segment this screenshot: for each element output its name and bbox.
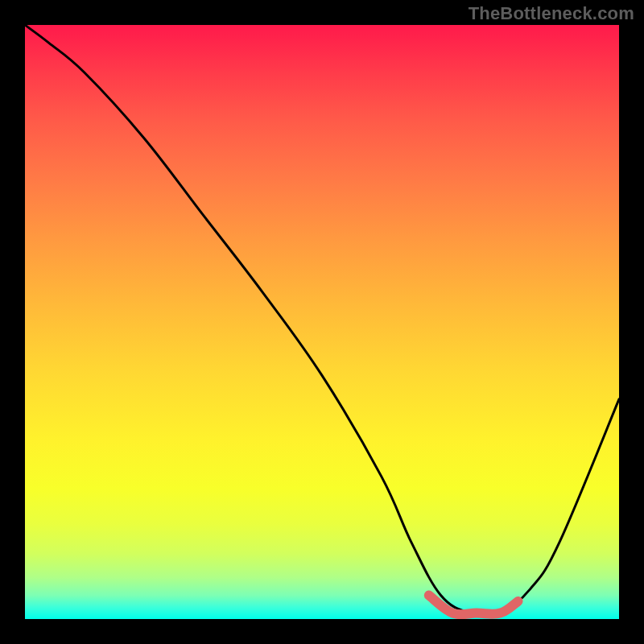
watermark-text: TheBottleneck.com bbox=[469, 3, 634, 24]
chart-frame: TheBottleneck.com bbox=[0, 0, 644, 644]
curve-layer bbox=[25, 25, 619, 619]
bottleneck-curve bbox=[25, 25, 619, 616]
plot-area bbox=[25, 25, 619, 619]
